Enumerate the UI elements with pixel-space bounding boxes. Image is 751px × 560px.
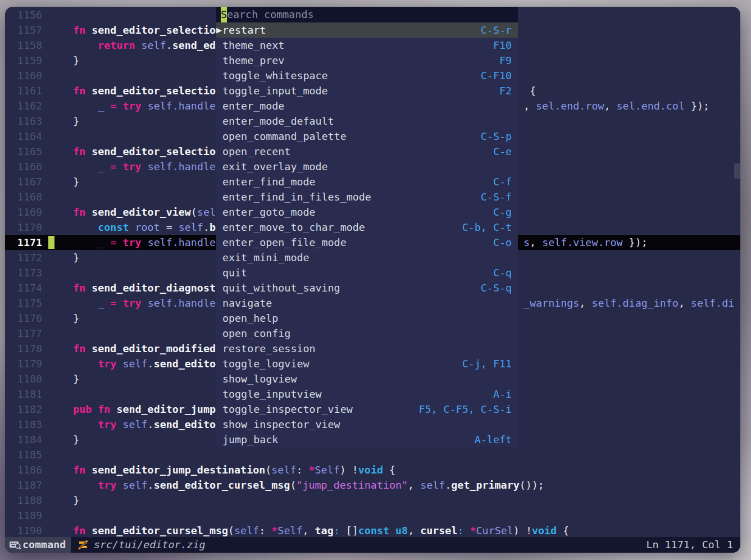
palette-item-label: theme_prev	[222, 53, 284, 68]
mode-indicator[interactable]: command	[5, 537, 71, 553]
code-line-1186[interactable]: 1186 fn send_editor_jump_destination(sel…	[5, 462, 740, 477]
palette-item-open_config[interactable]: open_config	[216, 326, 518, 341]
palette-item-label: enter_mode	[222, 98, 284, 113]
line-number: 1157	[5, 22, 42, 38]
palette-item-jump_back[interactable]: jump_backA-left	[216, 432, 518, 447]
code-line-1190[interactable]: 1190 fn send_editor_cursel_msg(self: *Se…	[5, 523, 740, 537]
line-number: 1179	[5, 356, 42, 371]
palette-item-open_recent[interactable]: open_recentC-e	[216, 144, 518, 159]
line-number: 1177	[5, 326, 42, 341]
code-text: try self.send_edito	[48, 356, 216, 371]
palette-item-quit_without_saving[interactable]: quit_without_savingC-S-q	[216, 280, 518, 295]
palette-item-label: enter_goto_mode	[222, 204, 316, 220]
line-number: 1184	[5, 432, 42, 447]
line-number: 1188	[5, 493, 42, 508]
palette-item-restart[interactable]: ▶restartC-S-r	[216, 22, 518, 38]
code-line-1188[interactable]: 1188 }	[5, 493, 740, 508]
palette-item-keybinding: C-F10	[481, 68, 512, 83]
line-number: 1167	[5, 174, 42, 189]
code-text-continuation: {	[530, 83, 536, 98]
palette-item-keybinding: C-g	[493, 204, 512, 220]
palette-item-keybinding: C-j, F11	[462, 356, 512, 371]
palette-item-label: open_recent	[222, 144, 290, 159]
palette-item-label: toggle_logview	[222, 356, 309, 371]
palette-item-enter_find_mode[interactable]: enter_find_modeC-f	[216, 174, 518, 189]
code-text: fn send_editor_diagnost	[48, 280, 216, 295]
palette-item-enter_move_to_char_mode[interactable]: enter_move_to_char_modeC-b, C-t	[216, 220, 518, 235]
palette-item-label: exit_overlay_mode	[222, 159, 328, 174]
line-number: 1185	[5, 447, 42, 462]
line-number: 1164	[5, 129, 42, 144]
code-line-1187[interactable]: 1187 try self.send_editor_cursel_msg("ju…	[5, 477, 740, 493]
palette-item-keybinding: C-f	[493, 174, 512, 189]
palette-item-keybinding: C-o	[493, 235, 512, 250]
code-text: _ = try self.handle	[48, 159, 216, 174]
palette-item-keybinding: A-i	[493, 386, 512, 402]
code-line-1189[interactable]: 1189	[5, 508, 740, 523]
code-text: }	[48, 53, 79, 68]
palette-item-show_logview[interactable]: show_logview	[216, 371, 518, 386]
palette-item-label: enter_find_mode	[222, 174, 316, 189]
palette-item-open_help[interactable]: open_help	[216, 311, 518, 326]
palette-item-show_inspector_view[interactable]: show_inspector_view	[216, 417, 518, 432]
palette-item-label: toggle_whitespace	[222, 68, 328, 83]
palette-item-keybinding: C-S-q	[481, 280, 512, 295]
palette-item-toggle_whitespace[interactable]: toggle_whitespaceC-F10	[216, 68, 518, 83]
palette-item-toggle_input_mode[interactable]: toggle_input_modeF2	[216, 83, 518, 98]
code-text: pub fn send_editor_jump	[48, 402, 216, 417]
line-number: 1181	[5, 386, 42, 402]
palette-item-exit_overlay_mode[interactable]: exit_overlay_mode	[216, 159, 518, 174]
palette-item-toggle_inspector_view[interactable]: toggle_inspector_viewF5, C-F5, C-S-i	[216, 402, 518, 417]
line-number: 1162	[5, 98, 42, 113]
palette-item-keybinding: C-q	[493, 265, 512, 280]
code-text: }	[48, 493, 79, 508]
palette-item-label: quit_without_saving	[222, 280, 340, 295]
palette-item-keybinding: F2	[499, 83, 512, 98]
palette-item-restore_session[interactable]: restore_session	[216, 341, 518, 356]
palette-item-enter_open_file_mode[interactable]: enter_open_file_modeC-o	[216, 235, 518, 250]
line-number: 1161	[5, 83, 42, 98]
palette-item-quit[interactable]: quitC-q	[216, 265, 518, 280]
file-path: src/tui/editor.zig	[94, 537, 206, 553]
palette-item-theme_prev[interactable]: theme_prevF9	[216, 53, 518, 68]
code-text: }	[48, 432, 79, 447]
code-text-continuation: , sel.end.row, sel.end.col });	[524, 98, 709, 113]
palette-search-input[interactable]: Search commands	[216, 7, 518, 22]
code-text: fn send_editor_selectio	[48, 144, 216, 159]
palette-item-theme_next[interactable]: theme_nextF10	[216, 38, 518, 53]
code-text: fn send_editor_view(sel	[48, 204, 216, 220]
code-text: fn send_editor_selectio	[48, 83, 216, 98]
code-text: const root = self.b	[48, 220, 216, 235]
palette-item-label: enter_open_file_mode	[222, 235, 347, 250]
selected-pointer-icon: ▶	[216, 22, 222, 38]
palette-item-open_command_palette[interactable]: open_command_paletteC-S-p	[216, 129, 518, 144]
palette-item-enter_goto_mode[interactable]: enter_goto_modeC-g	[216, 204, 518, 220]
line-number: 1175	[5, 295, 42, 311]
line-number: 1165	[5, 144, 42, 159]
palette-item-keybinding: C-e	[493, 144, 512, 159]
palette-item-toggle_inputview[interactable]: toggle_inputviewA-i	[216, 386, 518, 402]
palette-item-label: enter_find_in_files_mode	[222, 189, 371, 204]
palette-item-navigate[interactable]: navigate	[216, 295, 518, 311]
code-text: try self.send_editor_cursel_msg("jump_de…	[48, 477, 544, 493]
palette-item-enter_find_in_files_mode[interactable]: enter_find_in_files_modeC-S-f	[216, 189, 518, 204]
code-text: }	[48, 250, 79, 265]
line-number: 1187	[5, 477, 42, 493]
code-text: try self.send_edito	[48, 417, 216, 432]
palette-item-enter_mode[interactable]: enter_mode	[216, 98, 518, 113]
palette-item-keybinding: A-left	[475, 432, 512, 447]
keyboard-search-icon	[9, 540, 21, 550]
code-line-1185[interactable]: 1185	[5, 447, 740, 462]
palette-item-exit_mini_mode[interactable]: exit_mini_mode	[216, 250, 518, 265]
palette-item-enter_mode_default[interactable]: enter_mode_default	[216, 113, 518, 129]
scrollbar-thumb[interactable]	[734, 163, 740, 179]
palette-item-label: enter_move_to_char_mode	[222, 220, 365, 235]
line-number: 1172	[5, 250, 42, 265]
palette-item-label: show_logview	[222, 371, 297, 386]
code-text: }	[48, 311, 79, 326]
palette-item-label: toggle_input_mode	[222, 83, 328, 98]
code-text: }	[48, 113, 79, 129]
mode-label: command	[22, 537, 66, 553]
palette-item-toggle_logview[interactable]: toggle_logviewC-j, F11	[216, 356, 518, 371]
line-number: 1156	[5, 7, 42, 22]
